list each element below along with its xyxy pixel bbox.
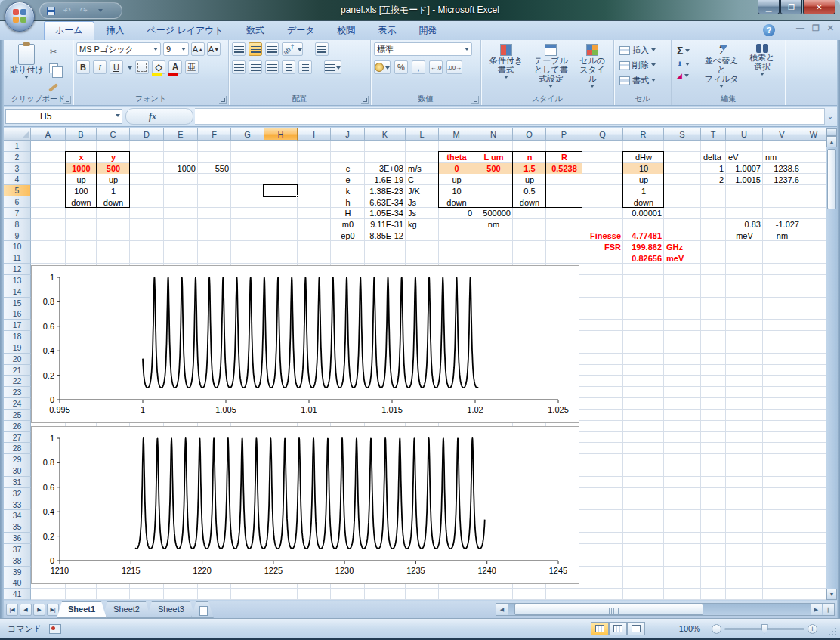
cell-N7[interactable]: 500000 xyxy=(474,208,513,218)
row-header-25[interactable]: 25 xyxy=(4,410,31,421)
column-header-B[interactable]: B xyxy=(66,128,97,141)
align-left-button[interactable] xyxy=(232,60,246,74)
undo-button[interactable]: ↶ xyxy=(61,5,73,17)
fill-color-button[interactable]: ◇ xyxy=(152,60,165,74)
decrease-decimal-button[interactable]: .00→ xyxy=(446,60,462,74)
tab-nav-prev[interactable]: ◀ xyxy=(20,604,32,616)
ribbon-tab-4[interactable]: データ xyxy=(276,22,326,40)
row-header-24[interactable]: 24 xyxy=(4,398,31,410)
cell-Q9[interactable]: Finesse xyxy=(582,230,623,241)
column-header-P[interactable]: P xyxy=(546,128,582,141)
row-header-40[interactable]: 40 xyxy=(4,577,31,589)
cell-styles-button[interactable]: セルのスタイル xyxy=(574,42,610,91)
close-button[interactable]: ✕ xyxy=(803,0,835,14)
cell-V3[interactable]: 1238.6 xyxy=(763,163,801,174)
grow-font-button[interactable]: A▲ xyxy=(191,42,205,56)
cell-K4[interactable]: 1.6E-19 xyxy=(365,175,406,185)
column-header-M[interactable]: M xyxy=(439,128,474,141)
column-header-L[interactable]: L xyxy=(406,128,439,141)
doc-close-button[interactable]: ✕ xyxy=(827,23,834,33)
row-header-11[interactable]: 11 xyxy=(4,252,31,264)
view-page-break-button[interactable] xyxy=(627,622,645,635)
tab-nav-first[interactable]: |◀ xyxy=(6,604,18,616)
tab-nav-next[interactable]: ▶ xyxy=(33,604,45,616)
accounting-format-button[interactable] xyxy=(374,60,391,74)
underline-button[interactable]: U xyxy=(110,60,123,74)
row-header-27[interactable]: 27 xyxy=(4,432,31,444)
cell-U2[interactable]: eV xyxy=(726,152,763,162)
format-as-table-button[interactable]: テーブルとして書式設定 xyxy=(528,42,575,91)
view-page-layout-button[interactable] xyxy=(609,622,627,635)
fill-handle[interactable] xyxy=(296,195,299,198)
row-header-30[interactable]: 30 xyxy=(4,465,31,477)
name-box[interactable]: H5 xyxy=(5,109,122,124)
column-header-U[interactable]: U xyxy=(726,128,763,141)
column-header-G[interactable]: G xyxy=(231,128,264,141)
wrap-text-button[interactable] xyxy=(315,42,329,56)
macro-record-button[interactable] xyxy=(49,624,61,634)
increase-indent-button[interactable] xyxy=(298,60,312,74)
cut-button[interactable]: ✂ xyxy=(47,45,60,58)
sheet-tab-sheet1[interactable]: Sheet1 xyxy=(57,601,107,618)
fill-button[interactable]: ⬇ xyxy=(675,60,700,69)
row-header-7[interactable]: 7 xyxy=(4,208,31,219)
column-header-C[interactable]: C xyxy=(97,128,130,141)
cell-N8[interactable]: nm xyxy=(474,219,513,230)
row-header-12[interactable]: 12 xyxy=(4,264,31,275)
cell-S10[interactable]: GHz xyxy=(664,242,701,252)
scroll-up-button[interactable]: ▲ xyxy=(826,136,837,147)
font-dialog-launcher[interactable] xyxy=(219,96,227,104)
cell-K7[interactable]: 1.05E-34 xyxy=(365,208,406,218)
row-header-19[interactable]: 19 xyxy=(4,342,31,354)
sheet-tab-sheet3[interactable]: Sheet3 xyxy=(147,601,196,618)
italic-button[interactable]: I xyxy=(93,60,107,74)
row-header-26[interactable]: 26 xyxy=(4,421,31,432)
column-header-H[interactable]: H xyxy=(264,128,298,141)
cell-V4[interactable]: 1237.6 xyxy=(763,175,801,185)
vertical-scrollbar[interactable]: ▲ ▼ xyxy=(826,128,837,600)
format-painter-button[interactable] xyxy=(47,78,60,91)
row-header-10[interactable]: 10 xyxy=(4,241,31,252)
cell-K6[interactable]: 6.63E-34 xyxy=(365,197,406,208)
cell-T3[interactable]: 1 xyxy=(701,163,726,174)
row-header-1[interactable]: 1 xyxy=(4,141,31,152)
formula-bar-expand[interactable]: ⌄ xyxy=(825,113,835,120)
cell-R10[interactable]: 199.862 xyxy=(623,242,664,252)
row-header-22[interactable]: 22 xyxy=(4,376,31,387)
chart-transmission-wavelength[interactable]: 00.20.40.60.8112101215122012251230123512… xyxy=(31,426,579,584)
resize-grip[interactable] xyxy=(827,626,837,636)
row-header-23[interactable]: 23 xyxy=(4,387,31,398)
cell-F3[interactable]: 550 xyxy=(198,163,231,174)
conditional-formatting-button[interactable]: 条件付き書式 xyxy=(484,42,528,91)
cell-U8[interactable]: 0.83 xyxy=(726,219,763,230)
ribbon-tab-1[interactable]: 挿入 xyxy=(96,22,135,40)
horizontal-scrollbar[interactable]: ◀ ▶ ∥ xyxy=(496,603,835,616)
cell-Q10[interactable]: FSR xyxy=(582,242,623,252)
cell-L4[interactable]: C xyxy=(406,175,439,185)
v-split-handle[interactable] xyxy=(826,128,837,136)
sheet-tab-sheet2[interactable]: Sheet2 xyxy=(102,601,151,618)
ribbon-tab-7[interactable]: 開発 xyxy=(408,22,447,40)
percent-button[interactable]: % xyxy=(394,60,408,74)
chart-transmission-energy[interactable]: 00.20.40.60.810.99511.0051.011.0151.021.… xyxy=(31,265,579,423)
cell-K9[interactable]: 8.85E-12 xyxy=(365,230,406,241)
font-size-select[interactable]: 9 xyxy=(163,42,189,56)
cell-K3[interactable]: 3E+08 xyxy=(365,163,406,174)
cell-S11[interactable]: meV xyxy=(664,253,701,264)
phonetic-button[interactable]: 亜 xyxy=(185,60,199,74)
cell-V2[interactable]: nm xyxy=(763,152,801,162)
cell-K8[interactable]: 9.11E-31 xyxy=(365,219,406,230)
alignment-dialog-launcher[interactable] xyxy=(361,96,369,104)
formula-input[interactable] xyxy=(195,108,825,125)
cell-U3[interactable]: 1.0007 xyxy=(726,163,763,174)
cell-R11[interactable]: 0.82656 xyxy=(623,253,664,264)
cell-L7[interactable]: Js xyxy=(406,208,439,218)
column-header-N[interactable]: N xyxy=(474,128,513,141)
column-header-R[interactable]: R xyxy=(623,128,664,141)
column-header-D[interactable]: D xyxy=(130,128,164,141)
zoom-slider[interactable]: − + xyxy=(712,622,817,635)
minimize-button[interactable]: ▁ xyxy=(758,0,780,14)
row-header-6[interactable]: 6 xyxy=(4,196,31,208)
row-header-38[interactable]: 38 xyxy=(4,555,31,567)
row-header-36[interactable]: 36 xyxy=(4,533,31,544)
